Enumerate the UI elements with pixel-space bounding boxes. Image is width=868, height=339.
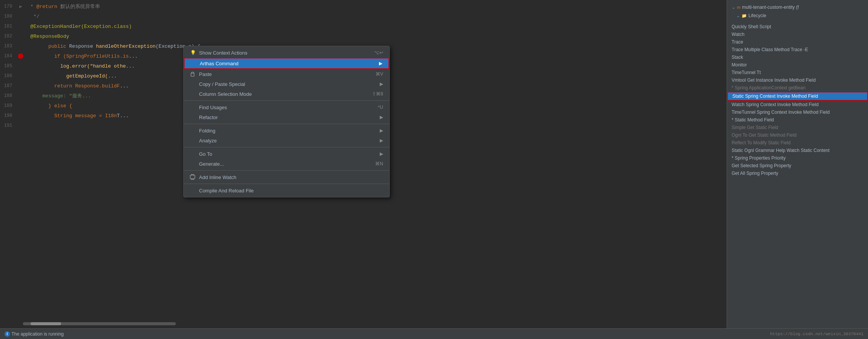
menu-separator-3	[184, 147, 389, 147]
menu-item-folding-left: Folding	[190, 128, 215, 134]
menu-item-paste-left: Paste	[190, 71, 212, 77]
menu-item-find-left: Find Usages	[190, 104, 227, 110]
menu-item-find-usages[interactable]: Find Usages ^U	[184, 102, 389, 112]
menu-item-column-left: Column Selection Mode	[190, 91, 252, 97]
submenu-item-monitor[interactable]: Monitor	[727, 61, 868, 69]
code-content-191	[24, 123, 31, 129]
copy-paste-icon	[190, 81, 196, 87]
code-content-187: return Response.buildF...	[24, 77, 129, 95]
menu-separator-4	[184, 170, 389, 171]
submenu-item-timetunnel-tt[interactable]: TimeTunnel Tt	[727, 69, 868, 76]
submenu-item-vmtool[interactable]: Vmtool Get Instance Invoke Method Field	[727, 76, 868, 84]
menu-item-analyze[interactable]: Analyze ▶	[184, 136, 389, 145]
line-number: 190	[2, 113, 17, 118]
menu-label-find-usages: Find Usages	[199, 105, 227, 110]
right-panel: ⌄ m multi-tenant-custom-entity (f ⌄ 📁 Li…	[727, 0, 868, 339]
submenu-item-ognl-to-get[interactable]: Ognl To Get Static Method Field	[727, 131, 868, 139]
tree-module-label: multi-tenant-custom-entity (f	[742, 5, 799, 10]
menu-shortcut-column: ⇧⌘8	[372, 91, 383, 97]
submenu-item-get-selected-spring[interactable]: Get Selected Spring Property	[727, 162, 868, 170]
menu-item-refactor[interactable]: Refactor ▶	[184, 112, 389, 122]
submenu-item-watch[interactable]: Watch	[727, 31, 868, 38]
compile-icon	[190, 187, 196, 194]
submenu-item-stack[interactable]: Stack	[727, 53, 868, 61]
submenu-item-spring-properties[interactable]: * Spring Properties Priority	[727, 154, 868, 162]
line-number: 179	[2, 4, 17, 9]
bookmark-icon: ⊳	[19, 4, 22, 9]
gutter-184	[17, 53, 24, 59]
status-running-item: i The application is running	[5, 331, 64, 337]
menu-item-paste[interactable]: Paste ⌘V	[184, 69, 389, 79]
submenu-item-static-ognl-grammar[interactable]: Static Ognl Grammar Help Watch Static Co…	[727, 147, 868, 154]
menu-item-refactor-left: Refactor	[190, 114, 218, 120]
submenu-item-get-all-spring[interactable]: Get All Spring Property	[727, 170, 868, 177]
menu-label-add-inline-watch: Add Inline Watch	[199, 174, 236, 180]
menu-separator-1	[184, 100, 389, 101]
menu-item-copy-paste-special[interactable]: Copy / Paste Special ▶	[184, 79, 389, 89]
menu-label-copy-paste-special: Copy / Paste Special	[199, 81, 245, 87]
submenu-panel-items: Quickly Shell Script Watch Trace Trace M…	[727, 23, 868, 177]
horizontal-scrollbar[interactable]	[23, 322, 176, 325]
menu-shortcut-paste: ⌘V	[376, 71, 383, 77]
svg-rect-2	[190, 175, 195, 179]
submenu-item-timetunnel-spring[interactable]: TimeTunnel Spring Context Invoke Method …	[727, 108, 868, 116]
code-line-181: 181 @ExceptionHandler(Exception.class)	[0, 21, 401, 31]
menu-item-arthas[interactable]: Arthas Command ▶	[184, 58, 389, 69]
menu-item-generate[interactable]: Generate... ⌘N	[184, 159, 389, 169]
info-icon: i	[5, 331, 10, 337]
menu-item-watch-left: Add Inline Watch	[190, 174, 236, 180]
menu-item-compile-reload[interactable]: Compile And Reload File	[184, 186, 389, 195]
menu-label-analyze: Analyze	[199, 138, 217, 144]
submenu-item-watch-spring-context[interactable]: Watch Spring Context Invoke Method Field	[727, 101, 868, 108]
scroll-thumb[interactable]	[31, 322, 61, 325]
find-icon	[190, 104, 196, 110]
menu-item-goto[interactable]: Go To ▶	[184, 149, 389, 159]
tree-section: ⌄ m multi-tenant-custom-entity (f	[727, 3, 868, 11]
menu-item-column-selection[interactable]: Column Selection Mode ⇧⌘8	[184, 89, 389, 99]
menu-label-generate: Generate...	[199, 161, 224, 167]
gutter-179: ⊳	[17, 4, 24, 9]
arthas-arrow-icon: ▶	[379, 61, 382, 66]
menu-label-goto: Go To	[199, 151, 212, 157]
tree-module-icon: m	[737, 5, 740, 10]
copy-paste-arrow-icon: ▶	[380, 81, 383, 87]
paste-icon	[190, 71, 196, 77]
menu-item-analyze-left: Analyze	[190, 137, 217, 144]
line-number: 186	[2, 73, 17, 79]
menu-label-compile-reload: Compile And Reload File	[199, 188, 254, 194]
folding-icon	[190, 128, 196, 134]
submenu-item-spring-getbean[interactable]: * Spring ApplicationContext getBean	[727, 84, 868, 92]
code-content-179: * @return 默认的系统异常串	[24, 3, 100, 10]
goto-arrow-icon: ▶	[380, 151, 383, 157]
menu-item-show-context[interactable]: 💡 Show Context Actions ⌥↩	[184, 48, 389, 58]
menu-shortcut-find: ^U	[378, 105, 383, 110]
menu-item-left: 💡 Show Context Actions	[190, 50, 247, 56]
submenu-item-static-method-field[interactable]: * Static Method Field	[727, 116, 868, 124]
menu-label-refactor: Refactor	[199, 115, 218, 120]
submenu-item-reflect-to-modify[interactable]: Reflect To Modify Static Field	[727, 139, 868, 147]
menu-item-folding[interactable]: Folding ▶	[184, 126, 389, 136]
menu-item-add-inline-watch[interactable]: Add Inline Watch	[184, 172, 389, 182]
menu-label-show-context: Show Context Actions	[199, 50, 247, 56]
line-number: 183	[2, 44, 17, 49]
menu-shortcut-show-context: ⌥↩	[374, 50, 383, 55]
code-content-180: */	[24, 14, 39, 19]
line-number: 184	[2, 53, 17, 59]
code-content-181: @ExceptionHandler(Exception.class)	[24, 24, 132, 29]
status-running-text: The application is running	[11, 331, 64, 337]
submenu-item-trace-multiple[interactable]: Trace Multiple Class Method Trace -E	[727, 46, 868, 53]
submenu-item-trace[interactable]: Trace	[727, 38, 868, 46]
submenu-item-quickly-shell[interactable]: Quickly Shell Script	[727, 23, 868, 31]
goto-icon	[190, 151, 196, 157]
breakpoint-icon	[18, 53, 23, 59]
submenu-item-static-spring-context[interactable]: Static Spring Context Invoke Method Fiel…	[727, 92, 868, 101]
svg-rect-1	[192, 72, 194, 73]
menu-item-arthas-left: Arthas Command	[191, 60, 238, 66]
bulb-icon: 💡	[190, 50, 196, 56]
menu-label-arthas: Arthas Command	[200, 61, 238, 66]
line-number: 180	[2, 14, 17, 19]
submenu-item-simple-get-static[interactable]: Simple Get Static Field	[727, 124, 868, 131]
code-line-179: 179 ⊳ * @return 默认的系统异常串	[0, 2, 401, 11]
code-content-190: String message = I18nT...	[24, 107, 129, 124]
line-number: 188	[2, 93, 17, 98]
